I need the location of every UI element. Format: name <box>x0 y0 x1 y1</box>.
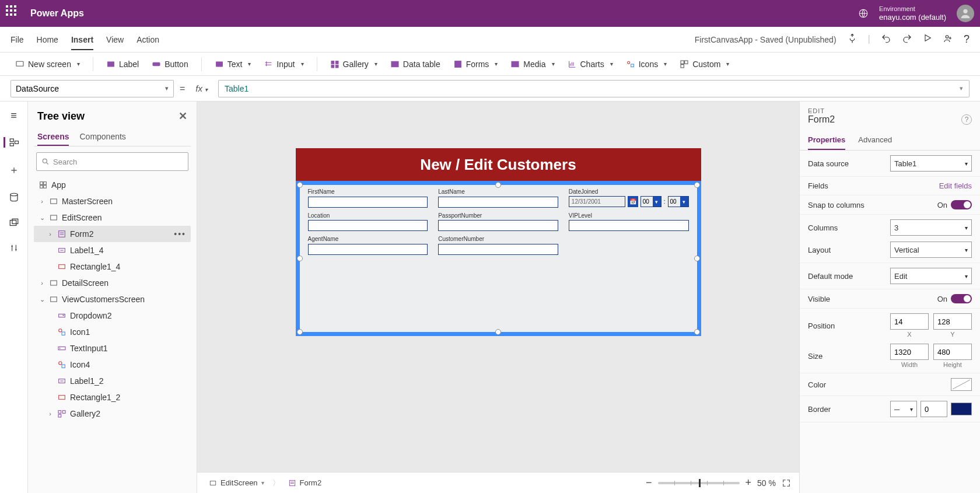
layout-select[interactable]: Vertical▾ <box>890 242 972 258</box>
columns-select[interactable]: 3▾ <box>890 219 972 236</box>
tree-icon4[interactable]: Icon4 <box>34 356 191 373</box>
field-agentname[interactable]: AgentName <box>308 236 428 255</box>
add-icon[interactable]: ＋ <box>9 163 19 177</box>
fx-button[interactable]: fx <box>191 83 212 93</box>
tree-viewcustscreen[interactable]: ⌄ ViewCustomersScreen <box>34 291 191 307</box>
zoom-out-icon[interactable]: − <box>646 477 652 489</box>
canvas-screen[interactable]: New / Edit Customers FirstName LastName <box>296 148 701 336</box>
tree-detailscreen[interactable]: › DetailScreen <box>34 275 191 291</box>
property-selector[interactable]: DataSource ▾ <box>10 80 174 97</box>
tree-dropdown2[interactable]: Dropdown2 <box>34 307 191 324</box>
field-custnumber[interactable]: CustomerNumber <box>438 236 558 255</box>
undo-icon[interactable] <box>881 33 891 46</box>
tab-components[interactable]: Components <box>79 128 125 146</box>
height-input[interactable] <box>933 344 972 360</box>
tree-gallery2[interactable]: › Gallery2 <box>34 405 191 422</box>
new-screen-button[interactable]: New screen <box>10 57 85 71</box>
field-lastname[interactable]: LastName <box>438 188 558 208</box>
close-tree-icon[interactable]: ✕ <box>178 110 187 123</box>
edit-fields-link[interactable]: Edit fields <box>939 181 972 190</box>
tree-editscreen[interactable]: ⌄ EditScreen <box>34 209 191 226</box>
visible-toggle[interactable] <box>951 294 972 303</box>
tree-form2[interactable]: › Form2 ••• <box>34 226 191 242</box>
tree-search-input[interactable]: Search <box>36 152 188 171</box>
forms-button[interactable]: Forms <box>449 57 503 71</box>
prop-help-icon[interactable]: ? <box>961 114 972 125</box>
hamburger-icon[interactable]: ≡ <box>10 110 17 122</box>
tree-icon1[interactable]: Icon1 <box>34 324 191 340</box>
calendar-icon[interactable]: 📅 <box>628 196 638 207</box>
svg-rect-14 <box>512 61 519 67</box>
tree-app[interactable]: App <box>34 177 191 193</box>
tab-advanced[interactable]: Advanced <box>858 131 892 150</box>
field-viplevel[interactable]: VIPLevel <box>569 212 689 232</box>
input-button[interactable]: Input <box>259 57 308 71</box>
user-avatar[interactable] <box>957 5 974 22</box>
menu-file[interactable]: File <box>10 29 24 50</box>
breadcrumb-screen[interactable]: EditScreen ▾ <box>205 478 268 487</box>
tree-label14[interactable]: Label1_4 <box>34 242 191 258</box>
svg-rect-37 <box>51 281 57 285</box>
app-launcher-icon[interactable] <box>6 5 22 22</box>
environment-picker[interactable]: Environment enayu.com (default) <box>879 5 946 22</box>
color-picker[interactable] <box>951 378 972 391</box>
data-table-button[interactable]: Data table <box>386 57 445 71</box>
icons-button[interactable]: Icons <box>621 57 671 71</box>
more-icon[interactable]: ••• <box>174 229 186 239</box>
data-source-select[interactable]: Table1▾ <box>890 155 972 172</box>
svg-rect-18 <box>681 61 684 64</box>
menu-insert[interactable]: Insert <box>71 29 93 50</box>
width-input[interactable] <box>890 344 929 360</box>
zoom-in-icon[interactable]: + <box>746 477 752 489</box>
media-button[interactable]: Media <box>506 57 559 71</box>
label-button[interactable]: Label <box>102 57 144 71</box>
zoom-slider[interactable] <box>658 482 740 484</box>
snap-toggle[interactable] <box>951 200 972 209</box>
play-icon[interactable] <box>923 33 932 46</box>
svg-rect-31 <box>44 186 47 188</box>
app-checker-icon[interactable] <box>847 33 858 46</box>
text-button[interactable]: ab Text <box>210 57 256 71</box>
data-icon[interactable] <box>9 192 19 202</box>
pos-x-input[interactable] <box>890 313 929 330</box>
tree-masterscreen[interactable]: › MasterScreen <box>34 193 191 209</box>
breadcrumb-control[interactable]: Form2 <box>285 478 326 487</box>
tree-view-icon[interactable] <box>4 137 19 148</box>
share-icon[interactable] <box>943 33 953 46</box>
default-mode-select[interactable]: Edit▾ <box>890 268 972 284</box>
menu-view[interactable]: View <box>106 29 124 50</box>
menu-action[interactable]: Action <box>136 29 159 50</box>
svg-rect-20 <box>681 64 684 67</box>
pos-y-input[interactable] <box>933 313 972 330</box>
tab-properties[interactable]: Properties <box>808 131 845 150</box>
tools-icon[interactable] <box>9 243 19 253</box>
tree-label12[interactable]: Label1_2 <box>34 373 191 389</box>
help-icon[interactable]: ? <box>964 33 970 46</box>
svg-point-16 <box>627 61 629 64</box>
menu-home[interactable]: Home <box>37 29 58 50</box>
tree-rect12[interactable]: Rectangle1_2 <box>34 389 191 405</box>
svg-point-2 <box>946 36 949 39</box>
custom-button[interactable]: Custom <box>675 57 734 71</box>
gallery-button[interactable]: Gallery <box>326 57 382 71</box>
tree-rect14[interactable]: Rectangle1_4 <box>34 258 191 275</box>
form2-control[interactable]: FirstName LastName DateJoined 12/31/2001… <box>296 181 701 336</box>
tab-screens[interactable]: Screens <box>37 128 69 146</box>
border-style-select[interactable]: ─▾ <box>890 401 917 417</box>
screen-title: New / Edit Customers <box>296 148 701 181</box>
redo-icon[interactable] <box>902 33 912 46</box>
field-firstname[interactable]: FirstName <box>308 188 428 208</box>
border-width-input[interactable] <box>921 401 947 417</box>
border-color-picker[interactable] <box>951 403 972 415</box>
formula-input[interactable]: Table1 ▾ <box>218 80 970 97</box>
button-button[interactable]: Button <box>147 57 192 71</box>
field-passport[interactable]: PassportNumber <box>438 212 558 232</box>
tree-textinput1[interactable]: TextInput1 <box>34 340 191 356</box>
prop-type: EDIT <box>808 107 972 114</box>
charts-button[interactable]: Charts <box>563 57 618 71</box>
media-rail-icon[interactable] <box>9 218 19 228</box>
field-location[interactable]: Location <box>308 212 428 232</box>
field-datejoined[interactable]: DateJoined 12/31/2001 📅 00▾ : 00▾ <box>569 188 689 208</box>
fit-icon[interactable] <box>782 478 791 488</box>
svg-rect-41 <box>62 332 65 335</box>
